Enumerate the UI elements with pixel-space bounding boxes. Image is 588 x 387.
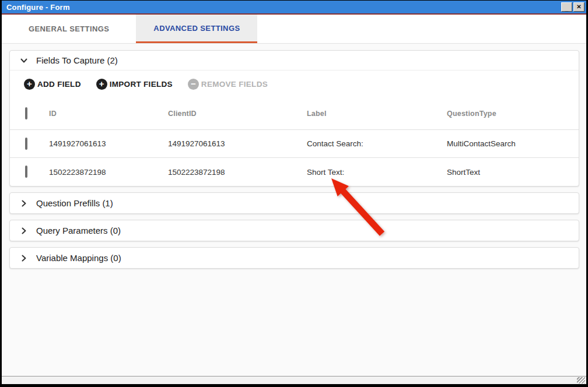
table-header-row: ID ClientID Label QuestionType — [10, 97, 579, 130]
section-title: Variable Mappings (0) — [36, 253, 121, 263]
variable-mappings-header[interactable]: Variable Mappings (0) — [10, 248, 579, 268]
question-prefills-section: Question Prefills (1) — [9, 192, 579, 214]
query-parameters-header[interactable]: Query Parameters (0) — [10, 220, 579, 241]
tab-general-settings[interactable]: GENERAL SETTINGS — [11, 15, 127, 43]
table-row: 1491927061613 1491927061613 Contact Sear… — [10, 130, 579, 158]
title-bar: Configure - Form _ ✕ — [2, 1, 586, 13]
configure-form-dialog: Configure - Form _ ✕ GENERAL SETTINGS AD… — [0, 0, 588, 387]
query-parameters-section: Query Parameters (0) — [9, 220, 579, 241]
field-actions-toolbar: + ADD FIELD + IMPORT FIELDS − REMOVE FIE… — [10, 71, 579, 97]
settings-tabbar: GENERAL SETTINGS ADVANCED SETTINGS — [2, 15, 586, 44]
cell-label: Short Text: — [307, 168, 447, 177]
variable-mappings-section: Variable Mappings (0) — [9, 247, 579, 269]
table-row: 1502223872198 1502223872198 Short Text: … — [10, 158, 579, 186]
row-checkbox[interactable] — [25, 166, 27, 178]
cell-questiontype: MultiContactSearch — [447, 139, 579, 148]
window-title: Configure - Form — [6, 3, 70, 12]
column-header-clientid: ClientID — [168, 110, 307, 118]
remove-fields-label: REMOVE FIELDS — [201, 80, 268, 89]
column-header-label: Label — [307, 110, 447, 118]
chevron-right-icon — [20, 227, 28, 235]
question-prefills-header[interactable]: Question Prefills (1) — [10, 193, 579, 213]
cell-clientid: 1491927061613 — [168, 139, 307, 148]
chevron-right-icon — [20, 254, 28, 262]
section-title: Query Parameters (0) — [36, 226, 121, 235]
cell-id: 1491927061613 — [49, 139, 168, 148]
fields-to-capture-header[interactable]: Fields To Capture (2) — [10, 51, 579, 71]
cell-clientid: 1502223872198 — [168, 168, 307, 177]
import-fields-label: IMPORT FIELDS — [110, 80, 173, 89]
chevron-right-icon — [20, 199, 28, 207]
select-all-checkbox[interactable] — [25, 107, 27, 119]
column-header-questiontype: QuestionType — [447, 110, 579, 118]
cell-id: 1502223872198 — [49, 168, 168, 177]
advanced-settings-panel: Fields To Capture (2) + ADD FIELD + IMPO… — [2, 44, 586, 376]
status-bar — [2, 376, 586, 384]
cell-label: Contact Search: — [307, 139, 447, 148]
close-button[interactable]: ✕ — [573, 2, 584, 12]
cell-questiontype: ShortText — [447, 168, 579, 177]
add-field-label: ADD FIELD — [37, 80, 81, 89]
remove-fields-button: − REMOVE FIELDS — [188, 79, 268, 90]
fields-to-capture-section: Fields To Capture (2) + ADD FIELD + IMPO… — [9, 50, 579, 187]
minimize-icon: _ — [565, 6, 569, 12]
import-fields-button[interactable]: + IMPORT FIELDS — [96, 79, 173, 90]
close-icon: ✕ — [576, 4, 581, 10]
row-checkbox[interactable] — [25, 138, 27, 150]
fields-table: ID ClientID Label QuestionType 149192706… — [10, 97, 579, 186]
plus-circle-icon: + — [24, 79, 35, 90]
add-field-button[interactable]: + ADD FIELD — [24, 79, 81, 90]
minimize-button[interactable]: _ — [561, 2, 572, 12]
section-title: Fields To Capture (2) — [36, 55, 118, 65]
minus-circle-icon: − — [188, 79, 199, 90]
column-header-id: ID — [49, 110, 168, 118]
chevron-down-icon — [20, 57, 28, 65]
tab-advanced-settings[interactable]: ADVANCED SETTINGS — [136, 15, 257, 43]
plus-circle-icon: + — [96, 79, 107, 90]
resize-grip-icon[interactable] — [577, 377, 585, 384]
section-title: Question Prefills (1) — [36, 198, 113, 208]
